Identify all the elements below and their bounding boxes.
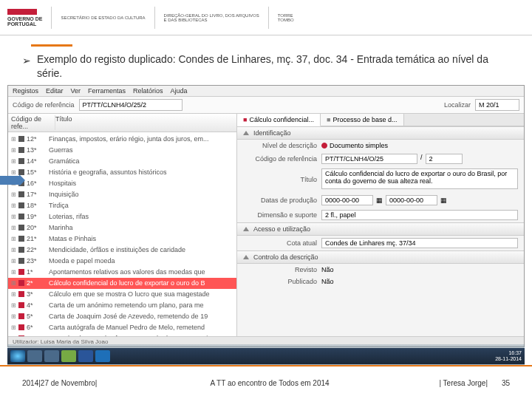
task-app-icon[interactable] xyxy=(61,350,76,362)
tree-row[interactable]: ⊞6*Carta autógrafa de Manuel Pedro de Me… xyxy=(8,322,236,333)
nivel-radio-icon xyxy=(321,143,327,149)
footer-title: A TT ao encontro de Todos em 2014 xyxy=(133,379,406,387)
publicado-value: Não xyxy=(321,278,518,285)
label-nivel: Nível de descrição xyxy=(243,142,317,149)
label-publicado: Publicado xyxy=(243,278,317,285)
calendar-icon[interactable]: ▦ xyxy=(376,197,383,204)
menubar: RegistosEditarVerFerramentasRelatóriosAj… xyxy=(8,86,524,97)
app-window: RegistosEditarVerFerramentasRelatóriosAj… xyxy=(7,85,525,347)
tree-row[interactable]: ⊞12*Finanças, impostos, erário régio, ju… xyxy=(8,134,236,145)
tree-pane: Código de refe... Título ⊞12*Finanças, i… xyxy=(8,114,237,336)
tray-clock[interactable]: 16:3728-11-2014 xyxy=(495,350,522,361)
tree-row[interactable]: ⊞22*Mendicidade, órfãos e instituições d… xyxy=(8,245,236,256)
taskbar: 16:3728-11-2014 xyxy=(7,348,525,364)
nivel-value: Documento simples xyxy=(330,142,388,149)
footer-date: 2014|27 de Novembro| xyxy=(22,379,133,387)
search-label: Localizar xyxy=(444,101,471,109)
toolbar: Código de referência Localizar xyxy=(8,97,524,114)
tree-row[interactable]: ⊞20*Marinha xyxy=(8,222,236,233)
menu-ferramentas[interactable]: Ferramentas xyxy=(88,87,126,95)
dimensao-input[interactable] xyxy=(321,210,518,220)
data-fim-input[interactable] xyxy=(386,195,437,205)
menu-ajuda[interactable]: Ajuda xyxy=(171,87,188,95)
start-button[interactable] xyxy=(10,350,25,362)
col-header-title[interactable]: Título xyxy=(55,115,72,130)
calendar-icon[interactable]: ▦ xyxy=(440,197,447,204)
tree-row[interactable]: ⊞13*Guerras xyxy=(8,145,236,156)
search-input[interactable] xyxy=(475,99,519,111)
tree-row[interactable]: ⊞15*História e geografia, assuntos histó… xyxy=(8,167,236,178)
footer-author: | Teresa Jorge| xyxy=(406,379,488,387)
menu-registos[interactable]: Registos xyxy=(13,87,38,95)
logo-dglab: DIREÇÃO-GERAL DO LIVRO, DOS ARQUIVOS E D… xyxy=(164,4,259,31)
revisto-value: Não xyxy=(321,266,518,273)
label-cota: Cota atual xyxy=(243,239,317,247)
section-controlo[interactable]: Controlo da descrição xyxy=(237,250,524,264)
tree-row[interactable]: ⊞16*Hospitais xyxy=(8,178,236,189)
tab-processo[interactable]: ■Processo de base d... xyxy=(321,114,404,126)
titulo-input[interactable] xyxy=(321,168,518,189)
logo-tombo: TORRE TOMBO xyxy=(278,4,294,31)
menu-ver[interactable]: Ver xyxy=(71,87,81,95)
tree-row[interactable]: ⊞2*Cálculo confidencial do lucro de expo… xyxy=(8,278,236,289)
task-ie-icon[interactable] xyxy=(27,350,42,362)
menu-relatórios[interactable]: Relatórios xyxy=(133,87,163,95)
label-dimensao: Dimensão e suporte xyxy=(243,211,317,219)
label-datas: Datas de produção xyxy=(243,197,317,204)
bullet-arrow-icon: ➢ xyxy=(22,54,31,81)
logo-secretario: SECRETÁRIO DE ESTADO DA CULTURA xyxy=(61,4,145,31)
tree[interactable]: ⊞12*Finanças, impostos, erário régio, ju… xyxy=(8,132,236,336)
slide-footer: 2014|27 de Novembro| A TT ao encontro de… xyxy=(0,365,532,399)
tree-row[interactable]: ⊞1*Apontamentos relativos aos valores da… xyxy=(8,267,236,278)
col-header-code[interactable]: Código de refe... xyxy=(11,115,55,130)
task-explorer-icon[interactable] xyxy=(44,350,59,362)
label-titulo: Título xyxy=(243,176,317,183)
task-outlook-icon[interactable] xyxy=(95,350,110,362)
header-logos: GOVERNO DE PORTUGAL SECRETÁRIO DE ESTADO… xyxy=(0,0,532,35)
codref-input[interactable] xyxy=(321,154,417,164)
tree-row[interactable]: ⊞19*Loterias, rifas xyxy=(8,211,236,222)
slide-bullet: ➢ Exemplo do registo duplicado: Condes d… xyxy=(22,52,510,81)
codref2-input[interactable] xyxy=(426,154,463,164)
tree-row[interactable]: ⊞17*Inquisição xyxy=(8,189,236,200)
tree-row[interactable]: ⊞4*Carta de um anónimo remetendo um plan… xyxy=(8,300,236,311)
detail-pane: ■Cálculo confidencial... ■Processo de ba… xyxy=(237,114,524,336)
tree-row[interactable]: ⊞21*Matas e Pinhais xyxy=(8,233,236,245)
label-codref: Código de referência xyxy=(243,155,317,163)
ref-input[interactable] xyxy=(79,99,183,111)
pointer-arrow-icon xyxy=(0,176,19,185)
section-acesso[interactable]: Acesso e utilização xyxy=(237,222,524,236)
tab-calculo[interactable]: ■Cálculo confidencial... xyxy=(237,114,321,126)
ref-label: Código de referência xyxy=(13,101,75,109)
data-inicio-input[interactable] xyxy=(321,195,373,205)
section-identificacao[interactable]: Identificação xyxy=(237,126,524,140)
tree-row[interactable]: ⊞23*Moeda e papel moeda xyxy=(8,256,236,267)
task-word-icon[interactable] xyxy=(78,350,93,362)
cota-input[interactable] xyxy=(321,238,518,248)
tree-row[interactable]: ⊞14*Gramática xyxy=(8,156,236,167)
label-revisto: Revisto xyxy=(243,266,317,273)
menu-editar[interactable]: Editar xyxy=(46,87,64,95)
logo-governo: GOVERNO DE PORTUGAL xyxy=(7,4,42,31)
tree-row[interactable]: ⊞18*Tirdiça xyxy=(8,200,236,211)
tree-row[interactable]: ⊞5*Carta de Joaquim José de Azevedo, rem… xyxy=(8,311,236,322)
tree-row[interactable]: ⊞3*Cálculo em que se mostra O lucro que … xyxy=(8,289,236,300)
accent-line xyxy=(31,44,72,47)
footer-page: 35 xyxy=(488,379,510,387)
